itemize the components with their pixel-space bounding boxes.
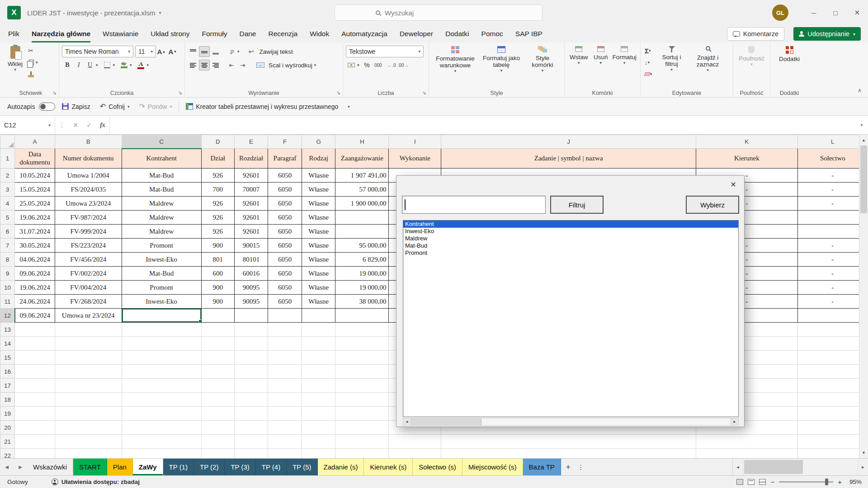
cell-K21[interactable] — [696, 435, 798, 449]
percent-button[interactable]: % — [362, 60, 373, 70]
cell-L18[interactable] — [797, 393, 868, 407]
cell-H15[interactable] — [335, 351, 389, 365]
cell-C18[interactable] — [122, 393, 201, 407]
cell-G16[interactable] — [302, 365, 335, 379]
ribbon-tab-deweloper[interactable]: Deweloper — [400, 25, 433, 42]
cell-B4[interactable]: Umowa 23/2024 — [55, 197, 122, 211]
avatar[interactable]: GL — [772, 5, 788, 21]
column-header-E[interactable]: E — [234, 135, 268, 149]
cell-C15[interactable] — [122, 351, 201, 365]
scroll-up-icon[interactable]: ▲ — [859, 135, 868, 145]
cell-A1[interactable]: Data dokumentu — [15, 149, 55, 169]
cell-L3[interactable]: - — [797, 183, 868, 197]
cell-G7[interactable]: Własne — [302, 239, 335, 253]
cell-F18[interactable] — [268, 393, 302, 407]
cell-E18[interactable] — [234, 393, 268, 407]
cell-L19[interactable] — [797, 407, 868, 421]
addins-button[interactable]: Dodatki — [777, 45, 802, 89]
cell-D1[interactable]: Dział — [201, 149, 234, 169]
cell-C5[interactable]: Maldrew — [122, 211, 201, 225]
sheet-tab-tp-1[interactable]: TP (1) — [163, 459, 194, 475]
sheet-tab-zawy[interactable]: ZaWy — [133, 459, 163, 475]
cell-F7[interactable]: 6050 — [268, 239, 302, 253]
cell-L15[interactable] — [797, 351, 868, 365]
ribbon-tab-pomoc[interactable]: Pomoc — [481, 25, 503, 42]
row-header-11[interactable]: 11 — [0, 295, 15, 309]
cell-G6[interactable]: Własne — [302, 225, 335, 239]
cell-A4[interactable]: 25.05.2024 — [15, 197, 55, 211]
cell-H19[interactable] — [335, 407, 389, 421]
cell-D16[interactable] — [201, 365, 234, 379]
cell-F16[interactable] — [268, 365, 302, 379]
cell-E7[interactable]: 90015 — [234, 239, 268, 253]
cancel-entry-icon[interactable]: ✕ — [69, 116, 82, 134]
row-header-1[interactable]: 1 — [0, 149, 15, 169]
cell-B8[interactable]: FV/456/2024 — [55, 253, 122, 267]
cell-D12[interactable] — [201, 309, 234, 323]
column-header-C[interactable]: C — [122, 135, 201, 149]
cell-H6[interactable] — [335, 225, 389, 239]
cell-E1[interactable]: Rozdział — [234, 149, 268, 169]
cell-J1[interactable]: Zadanie | symbol | nazwa — [441, 149, 696, 169]
cell-A11[interactable]: 24.06.2024 — [15, 295, 55, 309]
align-right-button[interactable] — [210, 60, 221, 70]
cell-G19[interactable] — [302, 407, 335, 421]
cell-L14[interactable] — [797, 337, 868, 351]
cell-A5[interactable]: 19.06.2024 — [15, 211, 55, 225]
sheet-tab-tp-2[interactable]: TP (2) — [194, 459, 225, 475]
cell-H12[interactable] — [335, 309, 389, 323]
sheet-tab-wskazówki[interactable]: Wskazówki — [27, 459, 73, 475]
delete-cells-button[interactable]: Usuń ▾ — [590, 45, 612, 89]
cell-F19[interactable] — [268, 407, 302, 421]
zoom-level[interactable]: 95% — [846, 479, 862, 485]
dialog-list-item-maldrew[interactable]: Maldrew — [403, 235, 738, 242]
name-box-splitter-icon[interactable]: ⋮ — [55, 116, 69, 134]
cell-E11[interactable]: 90095 — [234, 295, 268, 309]
column-header-H[interactable]: H — [335, 135, 389, 149]
cell-A20[interactable] — [15, 421, 55, 435]
cell-E6[interactable]: 92601 — [234, 225, 268, 239]
cell-F20[interactable] — [268, 421, 302, 435]
row-header-16[interactable]: 16 — [0, 365, 15, 379]
cell-C7[interactable]: Promont — [122, 239, 201, 253]
cell-B19[interactable] — [55, 407, 122, 421]
cell-H21[interactable] — [335, 435, 389, 449]
cell-D11[interactable]: 900 — [201, 295, 234, 309]
cell-A12[interactable]: 09.06.2024 — [15, 309, 55, 323]
cell-L13[interactable] — [797, 323, 868, 337]
cell-F21[interactable] — [268, 435, 302, 449]
cell-A14[interactable] — [15, 337, 55, 351]
cell-B5[interactable]: FV-987/2024 — [55, 211, 122, 225]
cell-C2[interactable]: Mat-Bud — [122, 169, 201, 183]
zoom-in-button[interactable]: + — [838, 478, 842, 486]
fill-color-chevron-icon[interactable]: ▾ — [130, 63, 132, 67]
cell-B13[interactable] — [55, 323, 122, 337]
horizontal-scrollbar-thumb[interactable] — [744, 460, 803, 474]
cell-B1[interactable]: Numer dokumentu — [55, 149, 122, 169]
zoom-slider-thumb[interactable] — [825, 479, 828, 485]
cell-H10[interactable]: 19 000,00 — [335, 281, 389, 295]
borders-chevron-icon[interactable]: ▾ — [113, 63, 115, 67]
scroll-right-icon[interactable]: ► — [858, 459, 868, 475]
sheet-nav-right-icon[interactable]: ▶ — [14, 459, 27, 475]
dialog-filter-input[interactable] — [402, 196, 546, 214]
cell-L21[interactable] — [797, 435, 868, 449]
conditional-formatting-button[interactable]: Formatowanie warunkowe ▾ — [432, 45, 479, 89]
cell-A15[interactable] — [15, 351, 55, 365]
cell-G12[interactable] — [302, 309, 335, 323]
cell-E12[interactable] — [234, 309, 268, 323]
cell-L7[interactable]: - — [797, 239, 868, 253]
cell-H14[interactable] — [335, 337, 389, 351]
cell-G13[interactable] — [302, 323, 335, 337]
number-format-select[interactable]: Tekstowe▾ — [346, 46, 424, 57]
cell-L8[interactable]: - — [797, 253, 868, 267]
cut-button[interactable]: ✂ — [27, 45, 39, 56]
cell-B22[interactable] — [55, 449, 122, 459]
cell-L9[interactable]: - — [797, 267, 868, 281]
merge-center-button[interactable]: ↔ — [255, 60, 266, 70]
number-dialog-launcher-icon[interactable]: ⇘ — [422, 90, 426, 96]
title-chevron-icon[interactable]: ▾ — [159, 10, 161, 16]
row-header-3[interactable]: 3 — [0, 183, 15, 197]
cell-E2[interactable]: 92601 — [234, 169, 268, 183]
sort-filter-button[interactable]: Sortuj i filtruj ▾ — [654, 45, 690, 89]
